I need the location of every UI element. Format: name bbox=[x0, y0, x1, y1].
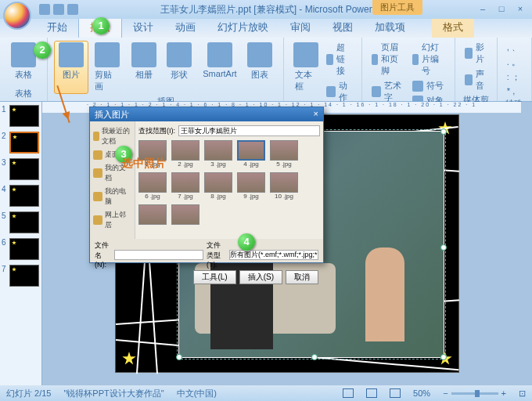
quick-access-toolbar bbox=[39, 4, 78, 15]
place-我最近的文档[interactable]: 我最近的文档 bbox=[93, 125, 131, 148]
close-button[interactable]: × bbox=[513, 4, 527, 15]
symbol-btn[interactable]: . 。 bbox=[504, 56, 523, 69]
ribbon-small-icon bbox=[326, 86, 335, 97]
file-thumb[interactable]: 9 .jpg bbox=[237, 172, 265, 200]
theme-name: "锐得杯PPT设计大赛作品" bbox=[63, 388, 164, 399]
file-thumb[interactable]: 10 .jpg bbox=[270, 172, 298, 200]
ribbon-small-icon bbox=[372, 86, 380, 97]
zoom-in-button[interactable]: + bbox=[501, 388, 506, 398]
language: 中文(中国) bbox=[177, 388, 217, 399]
callout-4: 4 bbox=[238, 233, 255, 251]
place-网上邻居[interactable]: 网上邻居 bbox=[93, 208, 131, 232]
zoom-value[interactable]: 50% bbox=[413, 388, 430, 398]
resize-handle[interactable] bbox=[440, 128, 447, 135]
folder-icon bbox=[93, 168, 102, 178]
dialog-close-icon[interactable]: × bbox=[314, 109, 318, 120]
tab-审阅[interactable]: 审阅 bbox=[279, 17, 322, 38]
ribbon-艺术字[interactable]: 艺术字 bbox=[368, 79, 408, 104]
zoom-slider[interactable] bbox=[451, 392, 498, 395]
group-label: 表格 bbox=[6, 86, 41, 99]
ribbon-声音[interactable]: 声音 bbox=[462, 67, 491, 92]
view-normal-icon[interactable] bbox=[343, 388, 354, 398]
zoom-out-button[interactable]: − bbox=[443, 388, 448, 398]
file-thumbnails: 1 .jpg2 .jpg3 .jpg4 .jpg5 .jpg6 .jpg7 .j… bbox=[138, 140, 320, 226]
address-label: 查找范围(I): bbox=[138, 126, 175, 136]
resize-handle[interactable] bbox=[440, 244, 447, 251]
ribbon-影片[interactable]: 影片 bbox=[462, 41, 491, 66]
symbol-btn[interactable]: : ； bbox=[504, 70, 523, 84]
file-thumb[interactable]: 12 .jpg bbox=[171, 204, 200, 226]
maximize-button[interactable]: □ bbox=[494, 4, 509, 15]
save-icon[interactable] bbox=[39, 4, 50, 15]
fit-to-window-icon[interactable]: ⊡ bbox=[519, 388, 526, 399]
tab-设计[interactable]: 设计 bbox=[122, 17, 164, 38]
filename-input[interactable] bbox=[114, 250, 203, 260]
contextual-tab-group: 图片工具 bbox=[372, 0, 422, 15]
folder-icon bbox=[93, 150, 102, 160]
address-input[interactable] bbox=[178, 125, 320, 136]
ribbon-icon bbox=[207, 42, 232, 67]
symbol-btn[interactable]: , 、 bbox=[504, 41, 523, 54]
slide-thumb-3[interactable]: 3 bbox=[2, 158, 40, 180]
ribbon-small-icon bbox=[326, 54, 333, 65]
folder-icon bbox=[93, 192, 102, 201]
ribbon-small-icon bbox=[372, 54, 378, 65]
slide-thumb-5[interactable]: 5 bbox=[2, 211, 40, 233]
file-thumb[interactable]: 8 .jpg bbox=[204, 172, 232, 200]
file-thumb[interactable]: 6 .jpg bbox=[138, 172, 167, 200]
ribbon-超链接[interactable]: 超链接 bbox=[323, 41, 355, 78]
ribbon-图表[interactable]: 图表 bbox=[243, 41, 278, 94]
ribbon: 表格表格图片剪贴画相册形状SmartArt图表插图文本框超链接动作链接页眉和页脚… bbox=[0, 38, 532, 102]
tab-幻灯片放映[interactable]: 幻灯片放映 bbox=[207, 17, 279, 38]
filename-label: 文件名(N): bbox=[95, 240, 111, 269]
slide-thumb-1[interactable]: 1 bbox=[2, 105, 40, 127]
office-button[interactable] bbox=[3, 2, 31, 30]
filetype-input[interactable] bbox=[229, 250, 318, 260]
resize-handle[interactable] bbox=[176, 354, 182, 360]
file-thumb[interactable]: 4 .jpg bbox=[237, 140, 265, 168]
insert-button[interactable]: 插入(S) bbox=[239, 270, 282, 284]
tab-contextual[interactable]: 格式 bbox=[432, 17, 474, 38]
ribbon-形状[interactable]: 形状 bbox=[163, 41, 197, 94]
view-slideshow-icon[interactable] bbox=[390, 388, 401, 398]
callout-1: 1 bbox=[92, 17, 110, 34]
ribbon-small-icon bbox=[412, 81, 423, 92]
resize-handle[interactable] bbox=[311, 354, 318, 360]
slide-thumb-6[interactable]: 6 bbox=[2, 238, 40, 260]
slide-thumb-2[interactable]: 2 bbox=[2, 132, 40, 154]
star-icon bbox=[122, 352, 136, 366]
resize-handle[interactable] bbox=[440, 354, 447, 360]
redo-icon[interactable] bbox=[67, 4, 78, 15]
ribbon-动作[interactable]: 动作 bbox=[323, 79, 355, 104]
file-thumb[interactable]: 2 .jpg bbox=[171, 140, 200, 168]
tab-加载项[interactable]: 加载项 bbox=[364, 17, 416, 38]
slide-thumb-4[interactable]: 4 bbox=[2, 185, 40, 207]
file-thumb[interactable]: 11 .jpg bbox=[138, 204, 167, 226]
file-thumb[interactable]: 5 .jpg bbox=[270, 140, 298, 168]
ribbon-文本框[interactable]: 文本框 bbox=[290, 41, 322, 104]
file-thumb[interactable]: 7 .jpg bbox=[171, 172, 200, 200]
tab-视图[interactable]: 视图 bbox=[322, 17, 364, 38]
folder-icon bbox=[93, 215, 102, 225]
place-我的电脑[interactable]: 我的电脑 bbox=[93, 185, 131, 208]
ribbon-相册[interactable]: 相册 bbox=[127, 41, 161, 94]
tools-button[interactable]: 工具(L) bbox=[193, 270, 235, 284]
file-thumb[interactable]: 3 .jpg bbox=[204, 140, 232, 168]
callout-3-text: 选中照片 bbox=[122, 157, 166, 171]
view-sorter-icon[interactable] bbox=[366, 388, 377, 398]
undo-icon[interactable] bbox=[53, 4, 64, 15]
symbol-btn[interactable]: * , bbox=[504, 85, 523, 96]
ribbon-剪贴画[interactable]: 剪贴画 bbox=[90, 41, 125, 94]
ribbon-SmartArt[interactable]: SmartArt bbox=[198, 41, 241, 94]
cancel-button[interactable]: 取消 bbox=[286, 270, 318, 284]
insert-picture-dialog: 插入图片 × 我最近的文档桌面我的文档我的电脑网上邻居 查找范围(I): 1 .… bbox=[89, 107, 324, 263]
minimize-button[interactable]: – bbox=[476, 4, 490, 15]
tab-动画[interactable]: 动画 bbox=[164, 17, 207, 38]
folder-icon bbox=[93, 132, 99, 141]
ribbon-页眉和页脚[interactable]: 页眉和页脚 bbox=[368, 41, 408, 78]
ribbon-幻灯片编号[interactable]: 幻灯片编号 bbox=[409, 41, 448, 78]
ribbon-图片[interactable]: 图片 bbox=[54, 41, 88, 94]
ribbon-符号[interactable]: 符号 bbox=[409, 79, 448, 92]
slide-thumb-7[interactable]: 7 bbox=[2, 265, 40, 287]
tab-开始[interactable]: 开始 bbox=[36, 17, 78, 38]
